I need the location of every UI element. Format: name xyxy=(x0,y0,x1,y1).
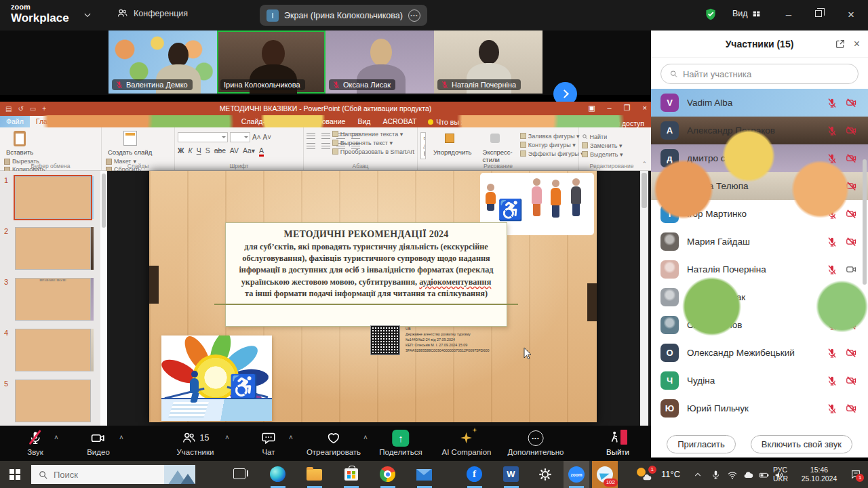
replace-button[interactable]: Заменить ▾ xyxy=(582,142,642,150)
strikethrough-button[interactable]: abc xyxy=(214,146,226,155)
video-tile[interactable]: Валентина Демко xyxy=(108,30,217,94)
arrange-button[interactable]: Упорядочить xyxy=(430,132,475,164)
popout-icon[interactable] xyxy=(835,39,846,49)
video-button[interactable]: Видео xyxy=(87,430,110,456)
temperature[interactable]: 11°C xyxy=(661,469,680,479)
tray-mic-icon[interactable] xyxy=(711,470,721,480)
shadow-button[interactable]: S xyxy=(205,146,210,155)
slide-thumbnail[interactable]: 2 xyxy=(15,227,94,270)
wifi-icon[interactable] xyxy=(727,470,738,481)
audio-options-chevron[interactable]: ˄ xyxy=(54,434,58,441)
tab-shared-screen[interactable]: І Экран (Ірина Колокольчикова) ••• xyxy=(260,5,427,26)
windows-search-input[interactable] xyxy=(54,470,135,480)
audio-button[interactable]: Звук xyxy=(27,430,43,456)
panel-scrollbar[interactable] xyxy=(863,159,867,285)
close-button[interactable] xyxy=(841,8,861,22)
bullets-icon[interactable] xyxy=(307,133,315,140)
canvas-scrollbar[interactable] xyxy=(640,171,648,426)
participants-button[interactable]: 15 Участники xyxy=(177,430,214,456)
find-button[interactable]: Найти xyxy=(582,133,642,142)
telegram-icon[interactable]: 102 xyxy=(592,461,618,488)
participants-options-chevron[interactable]: ˄ xyxy=(225,434,229,441)
slide-thumbnail[interactable]: 1 xyxy=(15,176,94,219)
character-spacing-button[interactable]: AV xyxy=(230,146,239,155)
shrink-font-button[interactable]: A˅ xyxy=(263,134,272,141)
collapse-ribbon-icon[interactable]: ⌃ xyxy=(642,161,647,167)
chat-button[interactable]: Чат xyxy=(261,430,276,456)
notification-center-icon[interactable]: 1 xyxy=(850,469,861,480)
start-button[interactable] xyxy=(9,469,20,480)
shapes-gallery[interactable]: ▭╲╲□○□△⎔⇦⇩⌂⌇〜{ }☆ xyxy=(420,132,426,159)
share-button[interactable]: ↑ Поделиться xyxy=(379,430,422,456)
settings-gear-icon[interactable] xyxy=(537,466,553,483)
file-explorer-icon[interactable] xyxy=(307,466,323,483)
bold-button[interactable]: Ж xyxy=(178,146,184,155)
align-text-button[interactable]: Выровнять текст ▾ xyxy=(332,139,414,148)
participant-row[interactable]: V Vadim Alba xyxy=(651,89,868,117)
windows-search-box[interactable] xyxy=(31,465,195,484)
ribbon-options-icon[interactable]: ▣ xyxy=(588,104,595,113)
onedrive-cloud-icon[interactable] xyxy=(743,470,754,481)
align-center-icon[interactable] xyxy=(321,143,330,150)
video-tile[interactable]: Оксана Лисак xyxy=(326,30,434,94)
select-button[interactable]: Выделить ▾ xyxy=(582,150,642,159)
font-name-select[interactable] xyxy=(178,132,228,142)
quick-access-toolbar[interactable]: ▤ ↺ ▭ + xyxy=(5,105,46,113)
slideshow-icon[interactable]: ▭ xyxy=(30,105,36,113)
quick-styles-button[interactable]: Экспресс-стили xyxy=(479,132,516,164)
participant-search[interactable] xyxy=(660,64,859,84)
react-options-chevron[interactable]: ˄ xyxy=(363,434,368,441)
customize-icon[interactable]: + xyxy=(42,105,46,113)
tray-expand-chevron[interactable] xyxy=(693,470,703,479)
security-shield-icon[interactable] xyxy=(704,7,717,21)
close-button[interactable]: × xyxy=(643,104,647,113)
new-slide-button[interactable]: Создать слайд xyxy=(104,130,155,157)
slide-thumbnail[interactable]: 5 xyxy=(15,380,94,422)
chat-options-chevron[interactable]: ˄ xyxy=(289,434,293,441)
shape-fill-button[interactable]: Заливка фигуры ▾ xyxy=(520,132,584,141)
weather-widget[interactable]: 1 xyxy=(636,461,654,488)
tab-meeting[interactable]: Конференция xyxy=(117,7,188,19)
task-view-icon[interactable] xyxy=(233,468,245,479)
slide-thumbnail[interactable]: 4 xyxy=(15,329,94,371)
mail-icon[interactable] xyxy=(416,466,433,483)
save-icon[interactable]: ▤ xyxy=(5,105,12,113)
react-button[interactable]: Отреагировать xyxy=(307,430,361,456)
video-tile[interactable]: Ірина Колокольчикова xyxy=(217,30,326,94)
numbering-icon[interactable] xyxy=(321,133,330,140)
battery-icon[interactable] xyxy=(758,470,770,481)
current-slide[interactable]: ♿ МЕТОДИЧНІ РЕКОМЕНДАЦІЇ 2024 для суб’єк… xyxy=(149,171,597,422)
more-button[interactable]: Дополнительно xyxy=(508,430,564,456)
zoom-app-icon[interactable]: zoom xyxy=(564,461,589,488)
minimize-button[interactable] xyxy=(778,8,799,20)
paste-button[interactable]: Вставить xyxy=(3,130,37,157)
font-color-button[interactable]: A xyxy=(259,146,264,157)
chrome-icon[interactable] xyxy=(380,466,396,483)
more-options-icon[interactable]: ••• xyxy=(408,9,420,22)
view-button[interactable]: Вид xyxy=(732,9,761,18)
minimize-button[interactable]: – xyxy=(608,104,612,113)
language-indicator[interactable]: РУС UKR xyxy=(773,466,788,483)
italic-button[interactable]: К xyxy=(189,146,193,155)
text-direction-button[interactable]: Направление текста ▾ xyxy=(332,130,414,139)
microsoft-store-icon[interactable] xyxy=(343,466,359,483)
video-tile[interactable]: Наталія Почерніна xyxy=(434,30,542,94)
shape-outline-button[interactable]: Контур фигуры ▾ xyxy=(520,141,584,150)
slide-title-textbox[interactable]: МЕТОДИЧНІ РЕКОМЕНДАЦІЇ 2024 для суб’єкті… xyxy=(225,222,507,327)
font-size-select[interactable] xyxy=(230,132,250,142)
clock[interactable]: 15:46 25.10.2024 xyxy=(795,466,844,483)
edge-icon[interactable] xyxy=(270,466,286,483)
smartart-button[interactable]: Преобразовать в SmartArt xyxy=(332,148,414,157)
facebook-icon[interactable]: f xyxy=(467,466,483,483)
leave-button[interactable]: Выйти xyxy=(606,430,629,456)
slide-thumbnail[interactable]: 3 ПРАВОВЕ ПОЛЕ xyxy=(15,278,94,321)
close-panel-icon[interactable]: × xyxy=(854,38,860,50)
change-case-button[interactable]: Aa▾ xyxy=(243,146,255,155)
chevron-down-icon[interactable] xyxy=(83,10,92,20)
slide-canvas[interactable]: ♿ МЕТОДИЧНІ РЕКОМЕНДАЦІЇ 2024 для суб’єк… xyxy=(107,171,640,426)
grow-font-button[interactable]: A˄ xyxy=(252,134,261,141)
shape-effects-button[interactable]: Эффекты фигуры ▾ xyxy=(520,150,584,159)
invite-button[interactable]: Пригласить xyxy=(667,435,736,453)
unmute-button[interactable]: Включить свой звук xyxy=(751,435,852,453)
search-input[interactable] xyxy=(683,69,850,79)
